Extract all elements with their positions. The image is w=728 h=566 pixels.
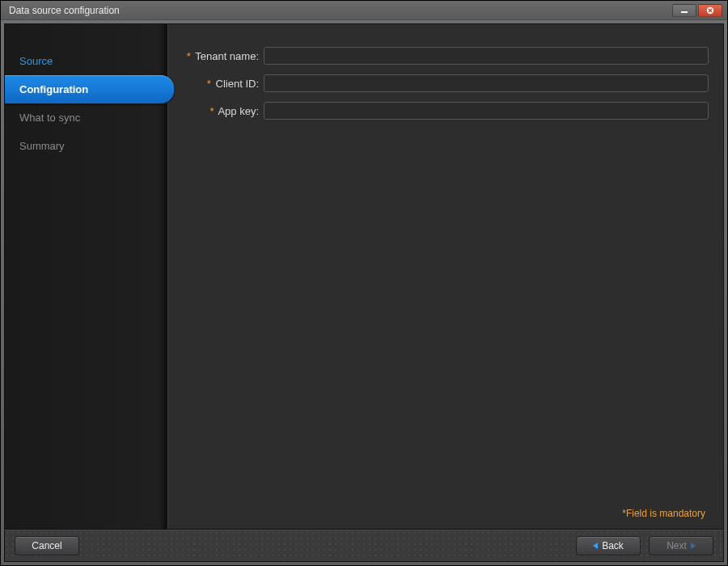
minimize-icon [680,7,688,14]
tenant-name-input[interactable] [264,47,709,65]
minimize-button[interactable] [672,4,696,17]
required-asterisk: * [210,105,214,117]
field-row-tenant-name: * Tenant name: [168,47,709,65]
titlebar: Data source configuration [1,1,727,20]
required-asterisk: * [207,78,211,90]
client-id-input[interactable] [264,74,709,92]
next-button[interactable]: Next [649,536,713,555]
chevron-right-icon [691,543,696,549]
main-panel: * Tenant name: * Client ID: * App ke [168,24,723,529]
step-summary: Summary [5,132,167,160]
client-area: Source Configuration What to sync Summar… [4,23,724,530]
configuration-form: * Tenant name: * Client ID: * App ke [168,47,709,120]
cancel-button[interactable]: Cancel [15,536,79,555]
wizard-window: Data source configuration Source Configu… [0,0,728,566]
field-row-client-id: * Client ID: [168,74,709,92]
client-id-label: * Client ID: [168,78,264,90]
tenant-name-label: * Tenant name: [168,50,264,62]
close-icon [706,6,714,15]
required-asterisk: * [187,50,191,62]
close-button[interactable] [698,4,722,17]
step-source[interactable]: Source [5,47,167,75]
step-what-to-sync: What to sync [5,103,167,132]
mandatory-note: *Field is mandatory [622,508,705,519]
step-configuration[interactable]: Configuration [5,75,174,103]
app-key-label: * App key: [168,105,264,117]
svg-rect-0 [681,11,688,13]
app-key-input[interactable] [264,102,709,120]
back-button[interactable]: Back [576,536,641,555]
field-row-app-key: * App key: [168,102,709,120]
window-title: Data source configuration [9,5,671,16]
chevron-left-icon [593,543,598,549]
wizard-steps-sidebar: Source Configuration What to sync Summar… [5,24,168,529]
footer-bar: Cancel Back Next [4,530,724,562]
